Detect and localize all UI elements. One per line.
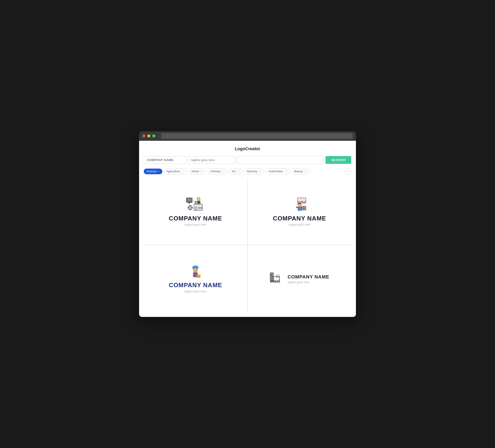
svg-point-29 <box>194 270 195 270</box>
svg-rect-33 <box>196 273 197 277</box>
svg-rect-7 <box>190 205 191 206</box>
svg-rect-39 <box>197 276 200 278</box>
svg-point-28 <box>193 268 198 273</box>
logo-card-inner-3: COMPANY NAME tagline goes here <box>169 263 222 293</box>
extra-search-input[interactable] <box>237 156 324 164</box>
filter-label: Automotive <box>268 170 283 173</box>
company-name-1: COMPANY NAME <box>169 215 222 222</box>
check-outline-icon: ✓ <box>221 169 225 173</box>
check-outline-icon: ✓ <box>236 169 240 173</box>
filter-next-arrow[interactable]: → <box>345 168 351 175</box>
svg-rect-16 <box>199 207 200 209</box>
forklift-icon <box>270 271 284 285</box>
worker-coins-icon <box>186 263 205 280</box>
filter-label: Abstract <box>146 170 157 173</box>
svg-rect-13 <box>197 202 198 204</box>
filter-label: Art <box>232 170 235 173</box>
svg-point-3 <box>197 197 200 200</box>
filter-label: Airline <box>191 170 199 173</box>
svg-rect-10 <box>192 207 192 208</box>
filter-label: Agriculture <box>166 170 180 173</box>
svg-point-30 <box>196 270 197 270</box>
svg-rect-2 <box>189 203 190 203</box>
factory-worker-icon <box>186 196 205 213</box>
company-name-input[interactable] <box>144 156 186 164</box>
filter-chip-beauty[interactable]: Beauty✓ <box>292 168 310 174</box>
svg-rect-21 <box>296 207 298 208</box>
logo-card[interactable]: COMPANY NAME tagline goes here <box>248 245 351 311</box>
filter-chip-animals[interactable]: Animals✓ <box>208 168 228 174</box>
check-icon: ✓ <box>158 170 160 173</box>
logo-card-inner-4: COMPANY NAME tagline goes here <box>270 271 329 285</box>
logo-card[interactable]: COMPANY NAME tagline goes here <box>248 179 351 245</box>
filter-label: Beauty <box>294 170 303 173</box>
maximize-button[interactable] <box>152 134 155 138</box>
search-bar: SEARCH <box>144 156 351 164</box>
store-worker-icon <box>290 196 309 213</box>
logo-card[interactable]: COMPANY NAME tagline goes here <box>144 245 247 311</box>
check-outline-icon: ✓ <box>284 169 288 173</box>
check-outline-icon: ✓ <box>258 169 262 173</box>
close-button[interactable] <box>142 134 145 138</box>
search-button[interactable]: SEARCH <box>326 156 351 164</box>
check-outline-icon: ✓ <box>304 169 308 173</box>
tagline-4: tagline goes here <box>288 280 329 284</box>
logo-card[interactable]: COMPANY NAME tagline goes here <box>144 179 247 245</box>
svg-rect-1 <box>187 198 192 202</box>
company-name-3: COMPANY NAME <box>169 281 222 289</box>
filter-chip-agriculture[interactable]: Agriculture✓ <box>164 168 187 174</box>
address-bar <box>161 133 353 139</box>
svg-rect-44 <box>270 281 273 282</box>
company-name-2: COMPANY NAME <box>273 215 326 222</box>
filter-chip-art[interactable]: Art✓ <box>229 168 243 174</box>
logo-text-block-4: COMPANY NAME tagline goes here <box>288 272 329 284</box>
svg-point-38 <box>197 274 201 276</box>
filter-chip-airline[interactable]: Airline✓ <box>189 168 206 174</box>
filter-label: Attorney <box>247 170 257 173</box>
filter-chip-automotive[interactable]: Automotive✓ <box>266 168 290 174</box>
tagline-3: tagline goes here <box>185 290 206 293</box>
svg-rect-20 <box>298 207 301 210</box>
tagline-input[interactable] <box>188 156 235 164</box>
browser-window: LogoCreator SEARCH Abstract✓Agriculture✓… <box>139 131 356 317</box>
svg-rect-18 <box>298 198 306 203</box>
app-content: LogoCreator SEARCH Abstract✓Agriculture✓… <box>139 141 356 317</box>
filter-label: Animals <box>210 170 221 173</box>
check-outline-icon: ✓ <box>200 169 204 173</box>
company-name-4: COMPANY NAME <box>288 274 329 280</box>
svg-rect-41 <box>271 273 272 281</box>
tagline-2: tagline goes here <box>289 223 310 226</box>
svg-rect-12 <box>195 201 196 204</box>
svg-rect-42 <box>272 273 273 281</box>
app-title: LogoCreator <box>144 146 351 151</box>
check-outline-icon: ✓ <box>181 169 185 173</box>
svg-rect-9 <box>188 207 189 208</box>
svg-rect-55 <box>276 275 279 277</box>
filter-bar: Abstract✓Agriculture✓Airline✓Animals✓Art… <box>144 168 351 175</box>
logo-grid: COMPANY NAME tagline goes here <box>144 179 351 311</box>
svg-rect-15 <box>195 207 197 210</box>
svg-rect-8 <box>190 209 191 210</box>
svg-point-54 <box>278 281 279 282</box>
filter-chip-abstract[interactable]: Abstract✓ <box>144 168 162 174</box>
svg-rect-17 <box>201 207 202 209</box>
svg-rect-14 <box>199 203 200 204</box>
svg-point-6 <box>189 207 192 209</box>
svg-rect-32 <box>194 273 195 277</box>
minimize-button[interactable] <box>147 134 150 138</box>
browser-titlebar <box>139 131 356 141</box>
filter-chip-attorney[interactable]: Attorney✓ <box>244 168 265 174</box>
logo-card-inner-2: COMPANY NAME tagline goes here <box>273 196 326 226</box>
svg-point-52 <box>275 281 275 282</box>
tagline-1: tagline goes here <box>185 223 206 226</box>
logo-card-inner: COMPANY NAME tagline goes here <box>169 196 222 226</box>
